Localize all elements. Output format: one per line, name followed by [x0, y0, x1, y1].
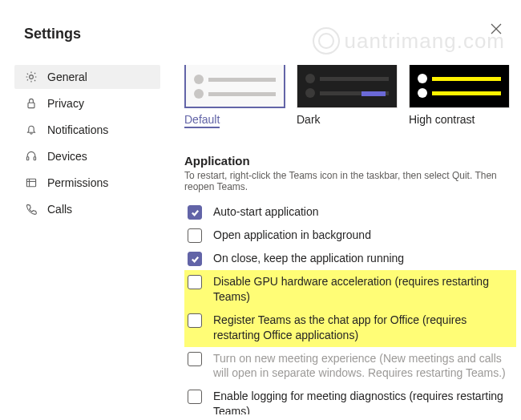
settings-main: DefaultDarkHigh contrast Application To … [160, 65, 521, 414]
theme-preview [409, 65, 510, 108]
theme-label: Default [184, 113, 220, 128]
sidebar-item-devices[interactable]: Devices [14, 144, 160, 168]
sidebar-item-permissions[interactable]: Permissions [14, 171, 160, 195]
sidebar-item-label: Notifications [47, 123, 108, 136]
checkbox-label: Turn on new meeting experience (New meet… [213, 351, 513, 382]
bell-icon [24, 123, 38, 137]
headset-icon [24, 149, 38, 164]
close-button[interactable] [489, 22, 503, 37]
checkbox-row: Register Teams as the chat app for Offic… [184, 309, 516, 347]
sidebar-item-privacy[interactable]: Privacy [14, 91, 160, 115]
checkbox-label: On close, keep the application running [213, 251, 404, 266]
svg-rect-5 [34, 157, 35, 160]
checkbox-row: Auto-start application [184, 200, 516, 224]
theme-option-default[interactable]: Default [184, 65, 285, 128]
checkbox-row: Turn on new meeting experience (New meet… [184, 347, 516, 386]
application-section-title: Application [184, 154, 516, 168]
sidebar-item-notifications[interactable]: Notifications [14, 118, 160, 142]
svg-rect-6 [26, 179, 35, 187]
dialog-body: GeneralPrivacyNotificationsDevicesPermis… [0, 65, 521, 414]
sidebar-item-label: Permissions [47, 176, 108, 189]
theme-picker: DefaultDarkHigh contrast [184, 65, 516, 128]
theme-label: High contrast [409, 113, 510, 126]
sidebar-item-label: Privacy [47, 97, 84, 110]
checkbox-label: Auto-start application [213, 204, 319, 220]
sidebar-item-calls[interactable]: Calls [14, 197, 160, 221]
svg-rect-3 [28, 103, 34, 107]
sidebar-item-general[interactable]: General [14, 65, 160, 89]
theme-option-dark[interactable]: Dark [297, 65, 398, 128]
permissions-icon [24, 176, 38, 190]
settings-dialog: Settings uantrimang.com GeneralPrivacyNo… [0, 0, 521, 420]
page-title: Settings [0, 19, 521, 42]
gear-icon [24, 70, 38, 84]
checkbox[interactable] [188, 275, 202, 289]
svg-rect-4 [26, 157, 28, 160]
checkbox-row: On close, keep the application running [184, 247, 516, 270]
svg-point-2 [30, 75, 34, 79]
phone-icon [24, 202, 38, 216]
theme-preview [184, 65, 285, 108]
checkbox-row: Disable GPU hardware acceleration (requi… [184, 270, 516, 309]
sidebar-item-label: Calls [47, 203, 72, 216]
application-section-desc: To restart, right-click the Teams icon i… [184, 170, 516, 192]
checkbox-label: Enable logging for meeting diagnostics (… [213, 389, 513, 414]
checkbox-row: Enable logging for meeting diagnostics (… [184, 385, 516, 414]
theme-preview [297, 65, 398, 108]
application-checkbox-list: Auto-start applicationOpen application i… [184, 200, 516, 414]
checkbox[interactable] [188, 252, 202, 266]
checkbox-label: Open application in background [213, 228, 371, 243]
lock-icon [24, 96, 38, 111]
checkbox[interactable] [188, 205, 202, 220]
settings-sidebar: GeneralPrivacyNotificationsDevicesPermis… [0, 65, 160, 414]
checkbox-label: Disable GPU hardware acceleration (requi… [213, 274, 513, 305]
checkbox-label: Register Teams as the chat app for Offic… [213, 313, 513, 343]
checkbox[interactable] [188, 352, 202, 366]
sidebar-item-label: Devices [47, 150, 87, 163]
checkbox-row: Open application in background [184, 224, 516, 247]
checkbox[interactable] [188, 228, 202, 243]
checkbox[interactable] [188, 313, 202, 328]
checkbox[interactable] [188, 390, 202, 404]
theme-option-high-contrast[interactable]: High contrast [409, 65, 510, 128]
close-icon [491, 23, 502, 37]
theme-label: Dark [297, 113, 398, 126]
sidebar-item-label: General [47, 71, 87, 83]
